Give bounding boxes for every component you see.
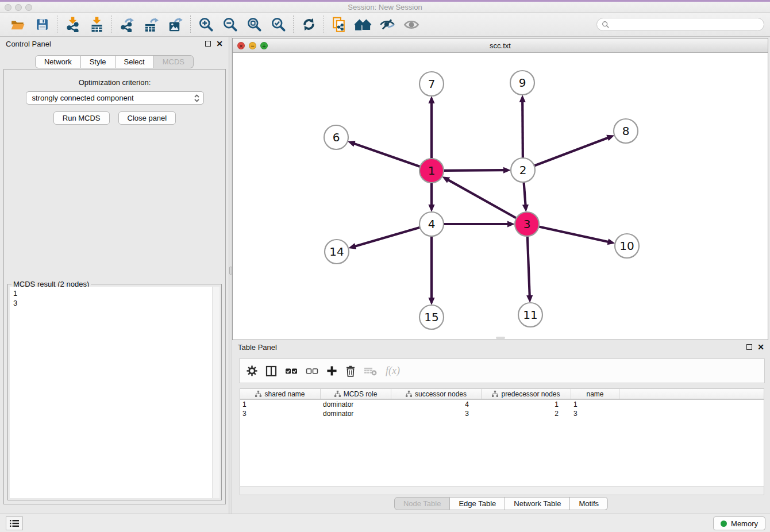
table-hscroll[interactable]: [240, 486, 764, 495]
window-title: Session: New Session: [0, 3, 770, 11]
tab-style[interactable]: Style: [81, 55, 116, 68]
table-cell[interactable]: 2: [482, 410, 571, 418]
cyndex-browser-button[interactable]: [351, 14, 375, 35]
export-network-button[interactable]: [115, 14, 139, 35]
network-from-clipboard-button[interactable]: [327, 14, 351, 35]
delete-column-button[interactable]: [345, 365, 356, 377]
graph-node-label: 10: [619, 239, 634, 253]
export-table-button[interactable]: [139, 14, 163, 35]
graph-edge-3-10[interactable]: [538, 226, 609, 242]
toolbar-separator: [293, 16, 294, 34]
graph-node-label: 9: [519, 76, 526, 90]
function-builder-button: f(x): [386, 365, 400, 377]
save-session-button[interactable]: [30, 14, 54, 35]
control-panel-title: Control Panel: [6, 40, 51, 48]
tab-node-table[interactable]: Node Table: [394, 497, 451, 510]
mcds-panel: Optimization criterion: strongly connect…: [3, 69, 226, 504]
graph-node-label: 3: [523, 217, 531, 231]
network-canvas[interactable]: 7968124314101511: [233, 53, 768, 340]
toolbar-separator: [57, 16, 57, 34]
graph-edge-1-2[interactable]: [442, 170, 504, 171]
import-table-button[interactable]: [84, 14, 109, 35]
task-history-button[interactable]: [6, 516, 23, 530]
zoom-in-button[interactable]: [194, 14, 218, 35]
graph-edge-2-8[interactable]: [533, 138, 608, 167]
optimization-criterion-value: strongly connected component: [32, 94, 194, 102]
run-mcds-button[interactable]: Run MCDS: [53, 111, 110, 125]
table-cell[interactable]: 3: [240, 410, 321, 418]
table-cell[interactable]: 1: [571, 400, 619, 408]
network-graph[interactable]: 7968124314101511: [233, 53, 768, 340]
graph-node-label: 8: [622, 124, 630, 138]
tab-mcds[interactable]: MCDS: [154, 55, 194, 68]
search-icon: [602, 21, 610, 29]
table-cell[interactable]: dominator: [321, 410, 391, 418]
column-header-successor-nodes[interactable]: successor nodes: [391, 389, 482, 399]
mcds-result-group: MCDS result (2 nodes) 13: [7, 284, 222, 500]
table-cell[interactable]: dominator: [321, 400, 391, 408]
show-columns-button[interactable]: [265, 365, 277, 377]
tab-motifs[interactable]: Motifs: [570, 497, 608, 510]
column-header-predecessor-nodes[interactable]: predecessor nodes: [482, 389, 571, 399]
add-column-button[interactable]: [326, 365, 337, 376]
table-cell[interactable]: 3: [571, 410, 619, 418]
show-all-button[interactable]: [399, 14, 424, 35]
table-cell[interactable]: 4: [391, 400, 482, 408]
table-settings-button[interactable]: [247, 365, 257, 376]
graph-edge-3-11[interactable]: [528, 235, 530, 296]
select-all-button[interactable]: [285, 367, 298, 375]
unchecked-boxes-icon: [306, 367, 318, 375]
import-network-button[interactable]: [60, 14, 84, 35]
zoom-out-button[interactable]: [218, 14, 242, 35]
memory-status-icon: [721, 521, 727, 527]
tab-network-table[interactable]: Network Table: [505, 497, 570, 510]
graph-edge-2-3[interactable]: [523, 181, 525, 205]
toolbar-separator: [324, 16, 324, 34]
float-panel-icon[interactable]: [746, 344, 752, 350]
table-panel-title: Table Panel: [238, 343, 277, 352]
close-panel-icon[interactable]: ✕: [757, 344, 764, 350]
tab-network[interactable]: Network: [35, 55, 81, 68]
graph-edge-1-6[interactable]: [354, 144, 421, 167]
refresh-button[interactable]: [297, 14, 321, 35]
graph-edge-4-14[interactable]: [355, 227, 421, 246]
mcds-result-item[interactable]: 1: [13, 288, 212, 298]
zoom-selected-button[interactable]: [266, 14, 290, 35]
tab-edge-table[interactable]: Edge Table: [450, 497, 505, 510]
node-table[interactable]: shared nameMCDS rolesuccessor nodesprede…: [240, 388, 764, 486]
optimization-criterion-select[interactable]: strongly connected component: [26, 91, 204, 105]
table-header-row: shared nameMCDS rolesuccessor nodesprede…: [240, 389, 764, 400]
save-icon: [35, 17, 49, 32]
hide-selected-button[interactable]: [375, 14, 399, 35]
table-row[interactable]: 3dominator323: [240, 409, 764, 418]
zoom-out-icon: [222, 17, 238, 32]
window-resize-grip[interactable]: [496, 337, 505, 339]
tab-select[interactable]: Select: [116, 55, 154, 68]
column-header-MCDS-role[interactable]: MCDS role: [321, 389, 391, 399]
import-network-icon: [65, 17, 80, 32]
search-input[interactable]: [610, 21, 759, 29]
search-field[interactable]: [596, 18, 764, 31]
column-header-name[interactable]: name: [571, 389, 619, 399]
network-window-titlebar[interactable]: × − + scc.txt: [233, 38, 768, 53]
float-panel-icon[interactable]: [205, 41, 211, 47]
table-cell[interactable]: 1: [482, 400, 571, 408]
memory-label: Memory: [731, 519, 758, 528]
memory-button[interactable]: Memory: [713, 516, 765, 530]
mcds-result-scrollbar[interactable]: [212, 287, 220, 498]
open-session-button[interactable]: [6, 14, 30, 35]
close-panel-button[interactable]: Close panel: [118, 111, 176, 125]
table-cell[interactable]: 3: [391, 410, 482, 418]
zoom-fit-button[interactable]: [242, 14, 266, 35]
app-titlebar: Session: New Session: [0, 0, 770, 13]
mcds-result-item[interactable]: 3: [13, 298, 212, 308]
export-image-button[interactable]: [163, 14, 187, 35]
graph-edge-3-1[interactable]: [448, 180, 518, 219]
deselect-all-button[interactable]: [306, 367, 318, 375]
graph-edge-2-9[interactable]: [522, 102, 523, 159]
table-cell[interactable]: 1: [240, 400, 321, 408]
table-row[interactable]: 1dominator411: [240, 400, 764, 409]
mcds-result-list[interactable]: 13: [10, 287, 212, 498]
column-header-shared-name[interactable]: shared name: [240, 389, 321, 399]
close-panel-icon[interactable]: ✕: [216, 41, 223, 47]
